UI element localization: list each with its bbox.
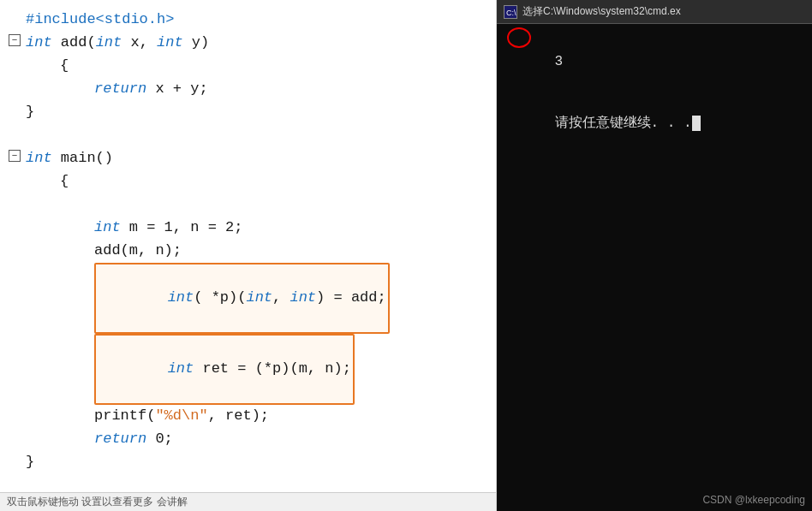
fp-comma: , <box>272 289 290 306</box>
line-include: #include<stdio.h> <box>26 9 487 32</box>
line-blank-2 <box>26 193 487 217</box>
cmd-title-text: 选择C:\Windows\system32\cmd.ex <box>522 4 681 19</box>
line-fp-call: int ret = (*p)(m, n); <box>26 334 487 405</box>
printf-call: printf( <box>94 405 155 427</box>
open-brace-2: { <box>60 170 69 193</box>
collapse-add-icon[interactable]: − <box>9 34 21 46</box>
open-brace-1: { <box>60 55 69 77</box>
line-add-call: add(m, n); <box>26 240 487 263</box>
kw-int-y: int <box>157 32 183 54</box>
kw-int-x: int <box>96 32 122 54</box>
fp-assign: ) = add; <box>316 289 386 306</box>
printf-args: , ret); <box>208 405 269 427</box>
kw-int-mn: int <box>94 217 121 239</box>
kw-return0: return <box>94 428 146 450</box>
kw-int-ret: int <box>168 360 194 377</box>
add-sig-x: x, <box>122 32 157 54</box>
line-printf: printf("%d\n", ret); <box>26 405 487 428</box>
cmd-cursor <box>692 116 701 131</box>
cmd-content: 3 请按任意键继续. . . <box>497 24 812 511</box>
fp-decl-rest: ( *p)( <box>194 289 246 306</box>
line-open-brace-1: { <box>26 55 487 78</box>
kw-int-fp: int <box>168 289 194 306</box>
code-area: #include<stdio.h> − int add(int x, int y… <box>0 0 496 483</box>
kw-int-main: int <box>26 147 52 169</box>
kw-int-add: int <box>26 32 52 54</box>
terminal-icon: C:\ <box>505 6 516 18</box>
watermark-text: CSDN @lxkeepcoding <box>702 494 805 506</box>
line-int-mn: int m = 1, n = 2; <box>26 217 487 240</box>
line-blank-1 <box>26 124 487 147</box>
cmd-prompt-line: 请按任意键继续. . . <box>505 92 803 154</box>
kw-int-p1: int <box>246 289 272 306</box>
line-return0: return 0; <box>26 428 487 451</box>
output-number: 3 <box>555 54 564 69</box>
return-expr: x + y; <box>146 78 207 100</box>
watermark: CSDN @lxkeepcoding <box>702 494 805 506</box>
kw-int-p2: int <box>290 289 316 306</box>
add-sig-rest: add( <box>52 32 96 54</box>
svg-text:C:\: C:\ <box>506 9 516 17</box>
line-open-brace-2: { <box>26 170 487 193</box>
fp-decl-box: int( *p)(int, int) = add; <box>94 263 390 334</box>
close-brace-2: } <box>26 451 34 473</box>
main-sig-rest: main() <box>52 147 113 169</box>
line-main-sig: − int main() <box>26 147 487 170</box>
preprocessor-directive: #include<stdio.h> <box>26 9 174 31</box>
printf-str: "%d\n" <box>155 405 207 427</box>
line-close-brace-1: } <box>26 101 487 124</box>
line-close-brace-2: } <box>26 451 487 474</box>
fp-call-box: int ret = (*p)(m, n); <box>94 334 355 405</box>
cmd-output-number: 3 <box>505 31 803 92</box>
add-sig-y: y) <box>183 32 210 54</box>
cmd-app-icon: C:\ <box>504 5 517 19</box>
bottom-bar-text: 双击鼠标键拖动 设置以查看更多 会讲解 <box>7 495 188 509</box>
cmd-titlebar: C:\ 选择C:\Windows\system32\cmd.ex <box>497 0 812 24</box>
collapse-main-icon[interactable]: − <box>9 150 21 162</box>
return0-val: 0; <box>146 428 173 450</box>
close-brace-1: } <box>26 101 34 123</box>
line-add-sig: − int add(int x, int y) <box>26 32 487 55</box>
fp-call-rest: ret = (*p)(m, n); <box>194 360 351 377</box>
kw-return: return <box>94 78 146 100</box>
add-call: add(m, n); <box>94 240 182 262</box>
editor-bottom-bar: 双击鼠标键拖动 设置以查看更多 会讲解 <box>0 492 496 511</box>
mn-rest: m = 1, n = 2; <box>121 217 243 239</box>
cmd-prompt-text: 请按任意键继续. . . <box>555 116 692 131</box>
cmd-panel: C:\ 选择C:\Windows\system32\cmd.ex 3 请按任意键… <box>497 0 812 511</box>
line-return: return x + y; <box>26 78 487 101</box>
line-fp-decl: int( *p)(int, int) = add; <box>26 263 487 334</box>
editor-panel: #include<stdio.h> − int add(int x, int y… <box>0 0 497 511</box>
